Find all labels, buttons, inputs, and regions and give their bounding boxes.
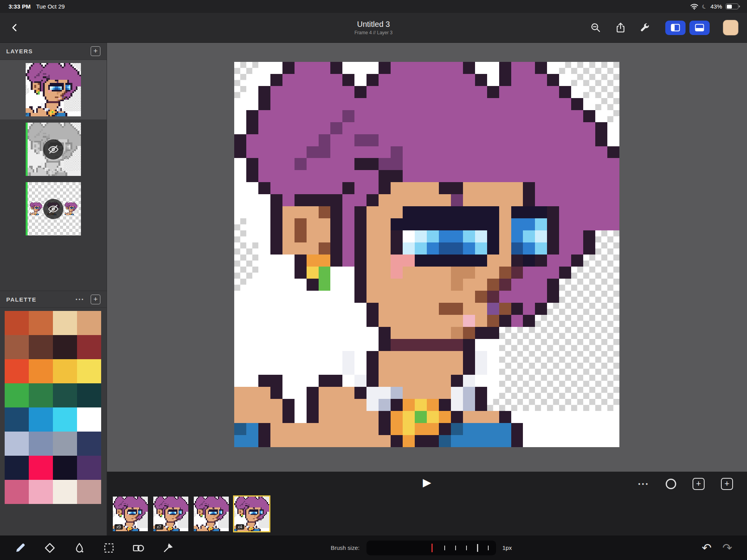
redo-button[interactable]: ↷ bbox=[722, 541, 732, 555]
palette-swatch-15[interactable] bbox=[53, 383, 77, 407]
palette-swatch-28[interactable] bbox=[77, 456, 101, 480]
status-bar: 3:33 PM Tue Oct 29 ☾ 43% bbox=[0, 0, 747, 13]
palette-options-button[interactable]: ••• bbox=[75, 297, 84, 302]
document-title: Untitled 3 bbox=[354, 20, 393, 29]
timeline-options-button[interactable]: ••• bbox=[638, 481, 649, 488]
marquee-icon bbox=[103, 542, 115, 554]
bottom-toolbar: Brush size: 1px ↶ ↷ bbox=[0, 535, 747, 560]
wrench-icon bbox=[640, 22, 651, 33]
palette-swatch-8[interactable] bbox=[77, 335, 101, 359]
top-toolbar: Untitled 3 Frame 4 // Layer 3 bbox=[0, 13, 747, 43]
frame-strip: x9x7x4 bbox=[113, 497, 269, 531]
eraser-tool-button[interactable] bbox=[44, 542, 56, 554]
canvas-area bbox=[107, 43, 747, 472]
palette-swatch-7[interactable] bbox=[53, 335, 77, 359]
palette-swatch-13[interactable] bbox=[5, 383, 29, 407]
palette-swatch-12[interactable] bbox=[77, 359, 101, 383]
toggle-timeline-button[interactable] bbox=[689, 21, 710, 35]
title-block: Untitled 3 Frame 4 // Layer 3 bbox=[354, 20, 393, 35]
battery-percent: 43% bbox=[710, 3, 722, 10]
eye-off-icon bbox=[47, 144, 59, 155]
palette-swatch-31[interactable] bbox=[53, 480, 77, 504]
palette-swatch-14[interactable] bbox=[29, 383, 53, 407]
palette-swatch-9[interactable] bbox=[5, 359, 29, 383]
palette-swatch-4[interactable] bbox=[77, 311, 101, 335]
palette-swatch-10[interactable] bbox=[29, 359, 53, 383]
share-icon bbox=[615, 22, 626, 33]
palette-swatch-19[interactable] bbox=[53, 407, 77, 432]
magnifier-minus-icon bbox=[590, 22, 601, 33]
brush-size-group: Brush size: 1px bbox=[331, 541, 512, 555]
panel-bottom-icon bbox=[695, 24, 704, 32]
layer-2-lock-stripe bbox=[26, 123, 28, 176]
palette-swatch-27[interactable] bbox=[53, 456, 77, 480]
back-button[interactable] bbox=[7, 20, 23, 35]
frame-thumbnail-2[interactable]: x7 bbox=[153, 497, 188, 531]
onion-skin-button[interactable] bbox=[666, 479, 676, 489]
palette-swatch-5[interactable] bbox=[5, 335, 29, 359]
shape-tool-button[interactable] bbox=[132, 542, 145, 554]
palette-swatch-20[interactable] bbox=[77, 407, 101, 432]
sidebar: LAYERS + bbox=[0, 43, 107, 535]
palette-swatch-17[interactable] bbox=[5, 407, 29, 432]
frame-thumbnail-1[interactable]: x9 bbox=[113, 497, 148, 531]
settings-button[interactable] bbox=[639, 21, 652, 34]
pencil-icon bbox=[14, 542, 26, 554]
add-frame-button[interactable]: + bbox=[721, 478, 733, 490]
pencil-tool-button[interactable] bbox=[14, 542, 26, 554]
share-button[interactable] bbox=[614, 21, 627, 34]
palette-swatch-24[interactable] bbox=[77, 432, 101, 456]
pixel-canvas[interactable] bbox=[234, 62, 619, 447]
eyedropper-icon bbox=[162, 542, 174, 554]
shapes-icon bbox=[132, 542, 145, 554]
layer-3-hidden-button[interactable] bbox=[43, 199, 63, 219]
layer-item-3[interactable] bbox=[0, 179, 107, 239]
layer-item-2[interactable] bbox=[0, 119, 107, 179]
duplicate-frame-button[interactable]: + bbox=[693, 478, 705, 490]
palette-swatch-16[interactable] bbox=[77, 383, 101, 407]
eyedropper-tool-button[interactable] bbox=[162, 542, 174, 554]
frame-thumbnail-4[interactable]: x4 bbox=[234, 497, 269, 531]
toggle-sidebar-button[interactable] bbox=[665, 21, 686, 35]
palette-swatch-18[interactable] bbox=[29, 407, 53, 432]
frame-repeat-badge: x9 bbox=[114, 524, 123, 530]
eye-off-icon bbox=[47, 203, 59, 215]
fill-drop-icon bbox=[74, 542, 85, 554]
palette-swatch-30[interactable] bbox=[29, 480, 53, 504]
palette-swatch-6[interactable] bbox=[29, 335, 53, 359]
brush-size-label: Brush size: bbox=[331, 544, 359, 551]
palette-swatch-32[interactable] bbox=[77, 480, 101, 504]
palette-swatch-11[interactable] bbox=[53, 359, 77, 383]
frame-repeat-badge: x7 bbox=[155, 524, 163, 530]
play-button[interactable]: ▶ bbox=[423, 475, 431, 490]
layer-2-hidden-button[interactable] bbox=[43, 139, 63, 160]
workspace: ▶ ••• + + x9x7x4 bbox=[107, 43, 747, 535]
palette-swatch-23[interactable] bbox=[53, 432, 77, 456]
layer-item-1[interactable] bbox=[0, 60, 107, 119]
wifi-icon bbox=[690, 4, 698, 10]
brush-size-slider[interactable] bbox=[366, 541, 496, 555]
layer-3-thumbnail bbox=[26, 182, 81, 235]
palette-grid bbox=[5, 311, 101, 504]
palette-swatch-25[interactable] bbox=[5, 456, 29, 480]
zoom-out-button[interactable] bbox=[589, 21, 602, 34]
frame-thumbnail-3[interactable] bbox=[194, 497, 229, 531]
layer-2-thumbnail bbox=[26, 123, 81, 176]
frame-repeat-badge: x4 bbox=[236, 524, 244, 530]
frame-3-preview bbox=[194, 497, 229, 531]
palette-swatch-21[interactable] bbox=[5, 432, 29, 456]
frame-layer-indicator: Frame 4 // Layer 3 bbox=[354, 30, 393, 35]
undo-button[interactable]: ↶ bbox=[702, 541, 712, 555]
palette-swatch-3[interactable] bbox=[53, 311, 77, 335]
palette-swatch-26[interactable] bbox=[29, 456, 53, 480]
current-color-swatch[interactable] bbox=[723, 20, 738, 35]
fill-tool-button[interactable] bbox=[73, 542, 86, 554]
add-color-button[interactable]: + bbox=[91, 295, 100, 304]
palette-swatch-22[interactable] bbox=[29, 432, 53, 456]
palette-swatch-1[interactable] bbox=[5, 311, 29, 335]
palette-swatch-2[interactable] bbox=[29, 311, 53, 335]
layer-1-preview bbox=[26, 63, 81, 116]
add-layer-button[interactable]: + bbox=[91, 46, 100, 56]
select-tool-button[interactable] bbox=[103, 542, 115, 554]
palette-swatch-29[interactable] bbox=[5, 480, 29, 504]
